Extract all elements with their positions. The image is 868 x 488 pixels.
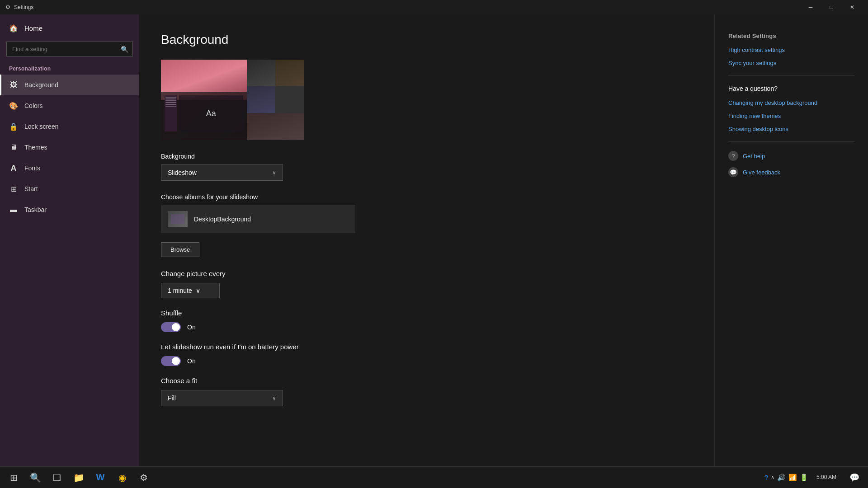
get-help-label: Get help xyxy=(743,153,765,160)
maximize-button[interactable]: □ xyxy=(821,0,842,14)
battery-toggle[interactable] xyxy=(161,356,181,366)
album-name: DesktopBackground xyxy=(194,216,251,223)
preview-line-2 xyxy=(165,99,176,99)
task-view-icon: ❑ xyxy=(53,472,61,483)
preview-aa-text: Aa xyxy=(206,109,216,118)
preview-desktop-sim: Aa xyxy=(161,92,247,140)
battery-label: Let slideshow run even if I'm on battery… xyxy=(161,343,693,351)
taskbar-sys-icons: ? ∧ 🔊 📶 🔋 xyxy=(764,474,808,482)
high-contrast-link[interactable]: High contrast settings xyxy=(728,47,854,53)
explorer-button[interactable]: 📁 xyxy=(69,468,89,488)
battery-toggle-knob xyxy=(172,357,180,365)
taskbar-left: ⊞ 🔍 ❑ 📁 W ◉ ⚙ xyxy=(4,468,154,488)
sidebar-section-label: Personalization xyxy=(0,62,139,75)
settings-taskbar-icon: ⚙ xyxy=(140,472,148,483)
question-link-3[interactable]: Showing desktop icons xyxy=(728,126,854,132)
taskbar-clock[interactable]: 5:00 AM xyxy=(812,472,841,483)
app-container: 🏠 Home 🔍 Personalization 🖼 Background 🎨 … xyxy=(0,14,868,466)
change-picture-label: Change picture every xyxy=(161,270,693,277)
albums-label: Choose albums for your slideshow xyxy=(161,193,693,201)
themes-icon: 🖥 xyxy=(9,143,18,152)
question-link-2[interactable]: Finding new themes xyxy=(728,113,854,119)
taskbar-right: ? ∧ 🔊 📶 🔋 5:00 AM 💬 xyxy=(764,468,864,488)
battery-state-label: On xyxy=(187,357,196,365)
change-picture-value: 1 minute xyxy=(168,287,192,294)
preview-right-panel xyxy=(247,60,304,140)
background-preview: Aa xyxy=(161,60,304,140)
album-item-desktop[interactable]: DesktopBackground xyxy=(161,205,355,233)
preview-line-4 xyxy=(165,102,176,103)
background-dropdown-label: Background xyxy=(161,153,693,160)
sidebar-item-themes[interactable]: 🖥 Themes xyxy=(0,137,139,158)
taskbar-time-display: 5:00 AM xyxy=(816,474,836,481)
action-center-button[interactable]: 💬 xyxy=(844,468,864,488)
sync-settings-link[interactable]: Sync your settings xyxy=(728,60,854,66)
sidebar-item-lock-screen[interactable]: 🔒 Lock screen xyxy=(0,116,139,137)
right-panel: Related Settings High contrast settings … xyxy=(714,14,868,466)
sidebar-background-label: Background xyxy=(24,81,58,89)
preview-line-5 xyxy=(165,104,176,105)
search-button[interactable]: 🔍 xyxy=(25,468,45,488)
shuffle-toggle[interactable] xyxy=(161,322,181,332)
sidebar-item-taskbar[interactable]: ▬ Taskbar xyxy=(0,199,139,220)
right-divider-1 xyxy=(728,75,854,76)
search-icon: 🔍 xyxy=(121,46,128,53)
preview-line-3 xyxy=(165,100,176,101)
preview-thumb-2 xyxy=(275,60,304,86)
battery-toggle-row: On xyxy=(161,356,693,366)
settings-taskbar-button[interactable]: ⚙ xyxy=(134,468,154,488)
get-help-action[interactable]: ? Get help xyxy=(728,151,854,161)
choose-fit-dropdown[interactable]: Fill ∨ xyxy=(161,390,283,406)
preview-thumb-4 xyxy=(247,113,304,140)
home-icon: 🏠 xyxy=(9,23,18,33)
shuffle-state-label: On xyxy=(187,324,196,331)
sidebar-item-home[interactable]: 🏠 Home xyxy=(0,16,139,40)
taskbar-chevron-icon[interactable]: ∧ xyxy=(771,474,774,480)
browse-button[interactable]: Browse xyxy=(161,242,199,257)
shuffle-toggle-knob xyxy=(172,323,180,331)
start-button[interactable]: ⊞ xyxy=(4,468,24,488)
preview-sidebar xyxy=(165,95,177,131)
choose-fit-label: Choose a fit xyxy=(161,377,693,385)
start-icon: ⊞ xyxy=(9,184,18,193)
taskbar-battery-icon[interactable]: 🔋 xyxy=(800,474,808,482)
taskbar-help-icon: ? xyxy=(764,474,768,481)
background-dropdown-value: Slideshow xyxy=(168,169,197,176)
sidebar-item-colors[interactable]: 🎨 Colors xyxy=(0,95,139,116)
sidebar-fonts-label: Fonts xyxy=(24,164,40,172)
background-dropdown[interactable]: Slideshow ∨ xyxy=(161,164,283,181)
preview-main-sim: Aa xyxy=(179,95,243,131)
sidebar: 🏠 Home 🔍 Personalization 🖼 Background 🎨 … xyxy=(0,14,139,466)
preview-thumb-3 xyxy=(247,86,275,113)
titlebar-controls: ─ □ ✕ xyxy=(800,0,863,14)
taskbar: ⊞ 🔍 ❑ 📁 W ◉ ⚙ ? ∧ 🔊 📶 🔋 5:00 xyxy=(0,466,868,488)
task-view-button[interactable]: ❑ xyxy=(47,468,67,488)
give-feedback-icon: 💬 xyxy=(728,167,738,177)
taskbar-network-icon[interactable]: 📶 xyxy=(788,474,797,482)
choose-fit-value: Fill xyxy=(168,394,176,402)
give-feedback-action[interactable]: 💬 Give feedback xyxy=(728,167,854,177)
close-button[interactable]: ✕ xyxy=(842,0,863,14)
colors-icon: 🎨 xyxy=(9,101,18,110)
fonts-icon: A xyxy=(9,164,18,173)
choose-fit-arrow-icon: ∨ xyxy=(272,395,276,401)
search-input[interactable] xyxy=(6,42,133,56)
chrome-button[interactable]: ◉ xyxy=(112,468,132,488)
dropdown-arrow-icon: ∨ xyxy=(272,169,276,176)
word-button[interactable]: W xyxy=(90,468,110,488)
taskbar-time: 5:00 AM xyxy=(816,474,836,481)
change-picture-arrow-icon: ∨ xyxy=(196,287,200,294)
minimize-button[interactable]: ─ xyxy=(800,0,821,14)
background-dropdown-container: Background Slideshow ∨ xyxy=(161,153,693,181)
get-help-icon: ? xyxy=(728,151,738,161)
question-link-1[interactable]: Changing my desktop background xyxy=(728,99,854,106)
have-question-title: Have a question? xyxy=(728,85,854,92)
sidebar-item-start[interactable]: ⊞ Start xyxy=(0,178,139,199)
taskbar-sound-icon[interactable]: 🔊 xyxy=(777,474,786,482)
sidebar-item-background[interactable]: 🖼 Background xyxy=(0,75,139,95)
change-picture-dropdown[interactable]: 1 minute ∨ xyxy=(161,283,220,298)
preview-line-6 xyxy=(165,106,176,107)
preview-left-panel: Aa xyxy=(161,60,247,140)
chrome-icon: ◉ xyxy=(118,472,126,483)
sidebar-item-fonts[interactable]: A Fonts xyxy=(0,158,139,178)
